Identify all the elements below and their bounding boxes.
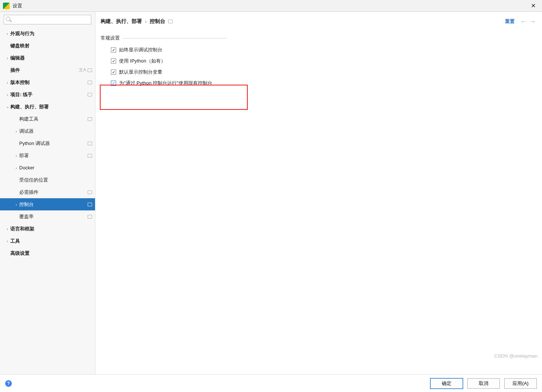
- chevron-right-icon: ›: [4, 31, 10, 36]
- chevron-down-icon: ⌄: [4, 104, 10, 109]
- scope-icon: [88, 203, 92, 206]
- sidebar-item-label: 调试器: [19, 128, 92, 135]
- checkbox-row-3[interactable]: ✓为"通过 Python 控制台运行"使用现有控制台: [111, 80, 537, 87]
- scope-icon: [88, 190, 92, 194]
- sidebar-item-8[interactable]: ›调试器: [0, 125, 95, 137]
- chevron-right-icon: ›: [4, 227, 10, 231]
- settings-tree: ›外观与行为键盘映射›编辑器插件文A›版本控制›项目: 练手⌄构建、执行、部署构…: [0, 27, 95, 374]
- search-icon: [6, 17, 10, 21]
- checkbox-row-1[interactable]: ✓使用 IPython（如有）: [111, 58, 537, 64]
- sidebar-item-16[interactable]: ›语言和框架: [0, 223, 95, 235]
- scope-icon: [88, 154, 92, 158]
- sidebar-item-6[interactable]: ⌄构建、执行、部署: [0, 101, 95, 113]
- chevron-right-icon: ›: [4, 56, 10, 60]
- chevron-right-icon: ›: [145, 18, 147, 24]
- sidebar-item-9[interactable]: Python 调试器: [0, 137, 95, 149]
- sidebar-item-label: 插件: [10, 67, 77, 74]
- sidebar-item-17[interactable]: ›工具: [0, 235, 95, 247]
- sidebar-item-13[interactable]: 必需插件: [0, 186, 95, 198]
- section-title: 常规设置: [101, 35, 537, 41]
- checkbox-row-0[interactable]: ✓始终显示调试控制台: [111, 47, 537, 53]
- sidebar: ›外观与行为键盘映射›编辑器插件文A›版本控制›项目: 练手⌄构建、执行、部署构…: [0, 12, 95, 374]
- sidebar-item-label: 工具: [10, 238, 92, 244]
- sidebar-item-label: 必需插件: [19, 189, 86, 196]
- chevron-right-icon: ›: [4, 92, 10, 97]
- window-title: 设置: [13, 3, 22, 9]
- sidebar-item-label: 构建、执行、部署: [10, 104, 92, 110]
- chevron-right-icon: ›: [13, 202, 19, 207]
- chevron-right-icon: ›: [4, 80, 10, 85]
- sidebar-item-label: Python 调试器: [19, 140, 86, 147]
- checkbox-icon[interactable]: ✓: [111, 70, 116, 75]
- sidebar-item-18[interactable]: 高级设置: [0, 247, 95, 259]
- sidebar-item-12[interactable]: 受信任的位置: [0, 174, 95, 186]
- sidebar-item-1[interactable]: 键盘映射: [0, 40, 95, 52]
- chevron-right-icon: ›: [13, 166, 19, 170]
- scope-icon: [88, 142, 92, 145]
- sidebar-item-label: 版本控制: [10, 79, 86, 86]
- sidebar-item-label: 构建工具: [19, 116, 86, 122]
- sidebar-item-label: 高级设置: [10, 250, 92, 257]
- sidebar-item-label: 编辑器: [10, 55, 92, 61]
- back-arrow-icon[interactable]: ←: [519, 17, 528, 26]
- sidebar-item-14[interactable]: ›控制台: [0, 198, 95, 210]
- sidebar-item-11[interactable]: ›Docker: [0, 162, 95, 174]
- forward-arrow-icon[interactable]: →: [528, 17, 537, 26]
- ok-button[interactable]: 确定: [430, 378, 463, 389]
- pycharm-logo-icon: [3, 3, 10, 9]
- checkbox-icon[interactable]: ✓: [111, 58, 116, 64]
- checkbox-label: 使用 IPython（如有）: [119, 58, 166, 64]
- sidebar-item-label: 键盘映射: [10, 43, 92, 49]
- sidebar-item-5[interactable]: ›项目: 练手: [0, 88, 95, 101]
- sidebar-item-15[interactable]: 覆盖率: [0, 210, 95, 223]
- scope-icon: [88, 93, 92, 97]
- sidebar-item-3[interactable]: 插件文A: [0, 64, 95, 76]
- scope-icon: [88, 215, 92, 219]
- sidebar-item-0[interactable]: ›外观与行为: [0, 27, 95, 40]
- breadcrumb-root: 构建、执行、部署: [101, 18, 142, 25]
- checkbox-icon[interactable]: ✓: [111, 47, 116, 53]
- sidebar-item-2[interactable]: ›编辑器: [0, 52, 95, 64]
- chevron-right-icon: ›: [13, 129, 19, 134]
- sidebar-item-label: 语言和框架: [10, 226, 92, 232]
- reset-link[interactable]: 重置: [505, 18, 515, 25]
- checkbox-row-2[interactable]: ✓默认显示控制台变量: [111, 69, 537, 75]
- sidebar-item-label: 项目: 练手: [10, 91, 86, 98]
- scope-icon: [168, 18, 173, 24]
- help-icon[interactable]: ?: [5, 380, 12, 387]
- checkbox-label: 为"通过 Python 控制台运行"使用现有控制台: [119, 80, 212, 87]
- chevron-right-icon: ›: [4, 239, 10, 243]
- breadcrumb-leaf: 控制台: [150, 18, 165, 25]
- scope-icon: 文A: [79, 67, 92, 73]
- sidebar-item-4[interactable]: ›版本控制: [0, 76, 95, 88]
- checkbox-icon[interactable]: ✓: [111, 81, 116, 86]
- search-input[interactable]: [4, 15, 91, 24]
- scope-icon: [88, 81, 92, 84]
- sidebar-item-7[interactable]: 构建工具: [0, 113, 95, 125]
- footer: ? 确定 取消 应用(A): [0, 374, 542, 392]
- chevron-right-icon: ›: [13, 153, 19, 158]
- sidebar-item-label: Docker: [19, 165, 92, 170]
- sidebar-item-label: 受信任的位置: [19, 177, 92, 183]
- checkbox-label: 默认显示控制台变量: [119, 69, 162, 75]
- breadcrumb: 构建、执行、部署 › 控制台: [101, 18, 173, 25]
- cancel-button[interactable]: 取消: [467, 378, 500, 389]
- scope-icon: [88, 117, 92, 121]
- sidebar-item-label: 部署: [19, 152, 86, 159]
- sidebar-item-label: 控制台: [19, 201, 86, 208]
- checkbox-label: 始终显示调试控制台: [119, 47, 162, 53]
- close-icon[interactable]: ✕: [527, 2, 539, 9]
- sidebar-item-label: 覆盖率: [19, 213, 86, 220]
- sidebar-item-label: 外观与行为: [10, 30, 92, 37]
- apply-button[interactable]: 应用(A): [504, 378, 537, 389]
- sidebar-item-10[interactable]: ›部署: [0, 149, 95, 162]
- titlebar: 设置 ✕: [0, 0, 542, 12]
